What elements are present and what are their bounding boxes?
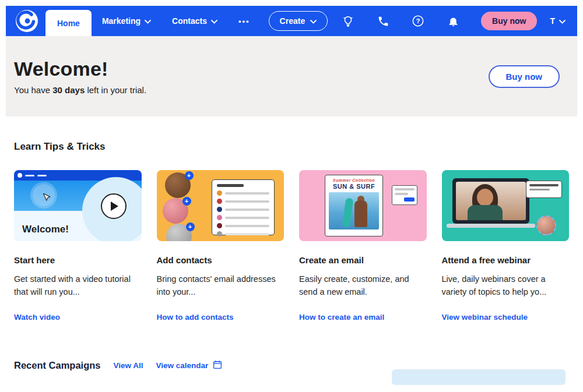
create-email-thumbnail[interactable]: Summer Collection SUN & SURF [299,170,427,241]
start-here-thumbnail[interactable]: Welcome! [14,170,142,241]
nav-buy-now-button[interactable]: Buy now [481,12,537,30]
chevron-down-icon [145,16,151,26]
thumbnail-caption: Welcome! [22,224,69,235]
top-navbar: Home Marketing Contacts ••• Create [6,6,577,36]
play-icon [111,202,118,211]
trial-suffix: left in your trial. [85,85,146,95]
view-webinar-schedule-link[interactable]: View webinar schedule [442,313,528,322]
mini-nav-text [25,175,34,176]
email-hero-photo [329,192,379,229]
view-all-label: View All [114,361,143,370]
tips-card-add-contacts: + + + Add contacts B [157,170,285,322]
mini-list-title [217,184,244,187]
nav-item-marketing[interactable]: Marketing [92,6,161,36]
view-calendar-label: View calendar [156,361,209,370]
add-contacts-thumbnail[interactable]: + + + [157,170,285,241]
laptop-shape [452,178,529,224]
chevron-down-icon [559,16,566,26]
person-body-shape [354,200,367,227]
mini-email-preview: Summer Collection SUN & SURF [325,175,383,236]
welcome-title: Welcome! [14,58,146,80]
card-description: Get started with a video tutorial that w… [14,273,142,299]
svg-text:?: ? [416,17,420,24]
nav-item-more[interactable]: ••• [228,6,261,36]
card-description: Live, daily webinars cover a variety of … [442,273,570,299]
add-contact-plus-icon: + [182,197,191,206]
tips-card-grid: Welcome! Start here Get started with a v… [14,170,569,322]
account-initial: T [550,16,555,26]
surfboard-shape [342,197,354,227]
card-title: Add contacts [157,255,285,265]
hand-cursor-icon [41,192,51,203]
ellipsis-icon: ••• [238,17,250,26]
how-to-create-email-link[interactable]: How to create an email [299,313,384,322]
account-menu[interactable]: T [545,16,570,26]
how-to-add-contacts-link[interactable]: How to add contacts [157,313,234,322]
phone-icon[interactable] [377,15,389,27]
tips-card-webinar: Attend a free webinar Live, daily webina… [442,170,570,322]
laptop-base-shape [447,224,535,228]
email-headline-text: SUN & SURF [329,183,379,190]
create-button[interactable]: Create [269,11,328,31]
trial-prefix: You have [14,85,52,95]
mini-editor-popup [392,185,417,205]
app-window: Home Marketing Contacts ••• Create [0,0,583,392]
navbar-right-cluster: ? Buy now T [331,12,570,30]
mini-contact-list [212,179,275,235]
tips-section-heading: Learn Tips & Tricks [14,141,569,153]
lightbulb-icon[interactable] [342,15,354,27]
mini-nav-text [37,175,47,176]
card-title: Attend a free webinar [442,255,570,265]
add-contact-plus-icon: + [185,171,194,180]
mini-logo-icon [17,173,22,178]
card-title: Create an email [299,255,427,265]
calendar-icon [212,359,223,372]
constant-contact-logo[interactable] [15,9,38,33]
play-button[interactable] [101,193,127,219]
card-title: Start here [14,255,142,265]
bell-icon[interactable] [447,15,459,27]
help-icon[interactable]: ? [412,15,424,27]
welcome-buy-now-button[interactable]: Buy now [489,65,560,88]
attendee-avatar [536,216,556,235]
add-contact-plus-icon: + [186,223,195,231]
email-script-text: Summer Collection [329,178,379,182]
tips-card-start-here: Welcome! Start here Get started with a v… [14,170,142,322]
view-calendar-link[interactable]: View calendar [156,359,223,372]
tips-card-create-email: Summer Collection SUN & SURF [299,170,427,322]
welcome-banner: Welcome! You have 30 days left in your t… [6,36,577,116]
speech-bubble [526,181,562,198]
nav-item-home[interactable]: Home [45,10,92,36]
webinar-thumbnail[interactable] [442,170,570,241]
chevron-down-icon [310,16,317,26]
nav-item-contacts[interactable]: Contacts [161,6,228,36]
chevron-down-icon [211,16,217,26]
view-all-link[interactable]: View All [114,361,143,370]
recent-campaigns-heading: Recent Campaigns [14,360,101,371]
mini-popup-button [404,197,415,202]
nav-home-label: Home [57,19,80,28]
create-button-label: Create [280,16,305,26]
welcome-text-block: Welcome! You have 30 days left in your t… [14,58,146,95]
loading-placeholder-panel [392,369,566,385]
card-description: Easily create, customize, and send a new… [299,273,427,299]
trial-days-remaining: 30 days [52,85,85,95]
watch-video-link[interactable]: Watch video [14,313,60,322]
nav-marketing-label: Marketing [102,16,141,26]
webinar-presenter-photo [456,182,526,220]
nav-contacts-label: Contacts [172,16,207,26]
primary-nav: Home Marketing Contacts ••• [45,6,261,36]
trial-status-text: You have 30 days left in your trial. [14,85,146,95]
card-description: Bring contacts' email addresses into you… [157,273,285,299]
